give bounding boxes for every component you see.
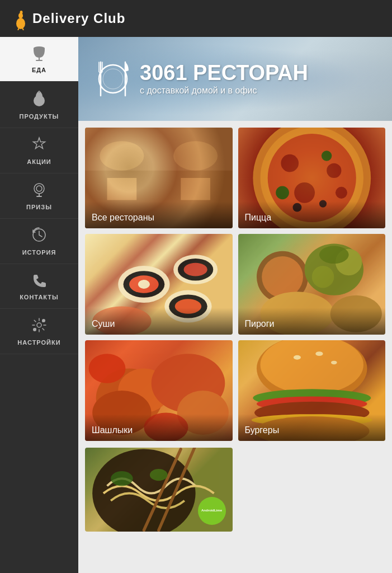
svg-line-5 <box>22 28 23 30</box>
category-card-all-restaurants[interactable]: Все рестораны <box>85 128 233 228</box>
banner-restaurant-count: 3061 РЕСТОРАН <box>140 62 308 83</box>
category-card-sushi[interactable]: Суши <box>85 234 233 335</box>
svg-point-38 <box>294 182 315 203</box>
sidebar-item-promos[interactable]: АКЦИИ <box>0 128 78 173</box>
svg-point-72 <box>293 355 300 360</box>
svg-rect-7 <box>34 48 45 49</box>
main-layout: ЕДА ПРОДУКТЫ АКЦИИ <box>0 37 392 573</box>
svg-rect-8 <box>39 58 40 60</box>
sidebar-promos-label: АКЦИИ <box>27 158 51 165</box>
svg-rect-15 <box>36 196 42 197</box>
banner-text-area: 3061 РЕСТОРАН с доставкой домой и в офис <box>140 62 308 96</box>
sidebar-item-settings[interactable]: НАСТРОЙКИ <box>0 309 78 354</box>
svg-point-37 <box>327 163 341 178</box>
svg-point-39 <box>335 187 347 199</box>
category-label-all-restaurants: Все рестораны <box>85 201 233 228</box>
sidebar-prizes-label: ПРИЗЫ <box>26 204 52 210</box>
settings-icon <box>31 317 48 336</box>
svg-point-84 <box>150 469 168 481</box>
category-label-sushi: Суши <box>85 308 233 335</box>
androidlime-badge: AndroidLime <box>198 497 226 525</box>
banner-icon-area <box>95 59 129 98</box>
category-label-burgers: Бургеры <box>238 414 386 441</box>
svg-point-36 <box>281 154 299 172</box>
svg-point-13 <box>36 186 42 191</box>
svg-point-47 <box>138 280 150 289</box>
svg-rect-11 <box>39 91 40 93</box>
content-area: 3061 РЕСТОРАН с доставкой домой и в офис… <box>78 37 392 573</box>
banner-subtitle: с доставкой домой и в офис <box>140 86 308 96</box>
sidebar: ЕДА ПРОДУКТЫ АКЦИИ <box>0 37 78 573</box>
last-row: AndroidLime <box>78 448 392 538</box>
sidebar-products-label: ПРОДУКТЫ <box>20 113 59 120</box>
svg-point-50 <box>184 263 207 276</box>
app-title: Delivery Club <box>32 11 125 26</box>
svg-point-74 <box>331 361 337 365</box>
sidebar-item-products[interactable]: ПРОДУКТЫ <box>0 82 78 128</box>
promos-icon <box>31 136 48 155</box>
category-label-pizza: Пицца <box>238 201 386 228</box>
sidebar-settings-label: НАСТРОЙКИ <box>17 339 60 346</box>
category-label-shashlik: Шашлыки <box>85 414 233 441</box>
products-icon <box>31 90 47 110</box>
promo-banner: 3061 РЕСТОРАН с доставкой домой и в офис <box>78 37 392 121</box>
svg-point-56 <box>262 256 303 298</box>
svg-point-17 <box>37 323 41 327</box>
svg-rect-31 <box>107 178 137 200</box>
fork-plate-knife-icon <box>95 59 129 98</box>
contacts-icon <box>31 273 47 290</box>
svg-point-62 <box>319 246 348 264</box>
svg-point-73 <box>315 351 323 356</box>
sidebar-item-prizes[interactable]: ПРИЗЫ <box>0 173 78 219</box>
svg-point-30 <box>173 141 218 171</box>
category-card-pizza[interactable]: Пицца <box>238 128 386 228</box>
history-icon <box>31 227 48 246</box>
sidebar-history-label: ИСТОРИЯ <box>22 249 56 256</box>
svg-point-29 <box>100 141 144 171</box>
svg-point-59 <box>311 266 334 288</box>
svg-point-19 <box>33 328 36 331</box>
svg-point-12 <box>34 184 44 194</box>
app-header: Delivery Club <box>0 0 392 37</box>
food-icon <box>30 45 48 63</box>
category-card-noodles[interactable]: AndroidLime <box>85 448 233 532</box>
svg-point-10 <box>34 95 45 106</box>
svg-line-4 <box>18 28 19 30</box>
svg-point-18 <box>42 319 45 322</box>
svg-point-40 <box>276 186 289 199</box>
svg-point-41 <box>321 151 331 161</box>
svg-rect-14 <box>39 194 40 196</box>
prizes-icon <box>31 181 48 200</box>
svg-rect-9 <box>36 60 42 61</box>
svg-point-2 <box>20 11 23 14</box>
sidebar-contacts-label: КОНТАКТЫ <box>20 294 59 300</box>
svg-point-68 <box>89 354 126 383</box>
category-card-pies[interactable]: Пироги <box>238 234 386 335</box>
sidebar-item-food[interactable]: ЕДА <box>0 37 78 82</box>
svg-point-83 <box>111 471 133 486</box>
category-label-pies: Пироги <box>238 308 386 335</box>
sidebar-item-history[interactable]: ИСТОРИЯ <box>0 219 78 264</box>
categories-grid: Все рестораны Пицца <box>78 121 392 448</box>
sidebar-food-label: ЕДА <box>32 67 46 73</box>
svg-point-25 <box>103 69 123 89</box>
ostrich-logo-icon <box>9 7 32 30</box>
sidebar-item-contacts[interactable]: КОНТАКТЫ <box>0 264 78 309</box>
category-card-burgers[interactable]: Бургеры <box>238 340 386 441</box>
svg-rect-32 <box>181 178 210 200</box>
category-card-shashlik[interactable]: Шашлыки <box>85 340 233 441</box>
